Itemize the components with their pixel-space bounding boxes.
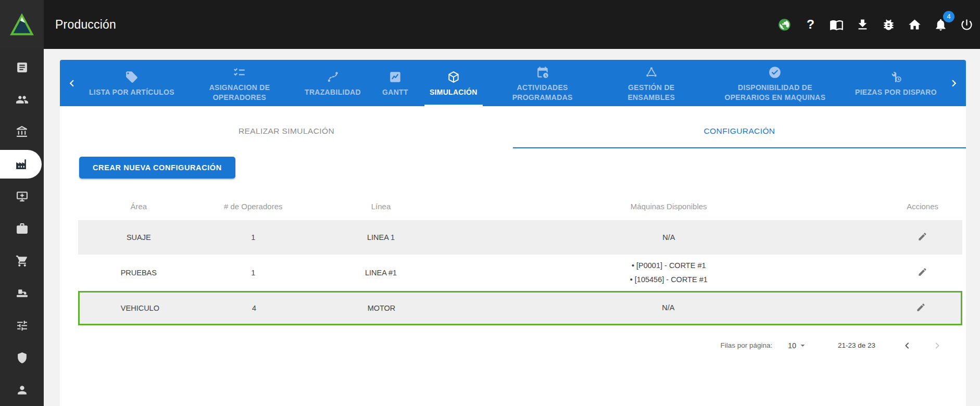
sidebar-item-purchases[interactable] <box>0 245 44 277</box>
tab-lista-por-art-culos[interactable]: LISTA POR ARTÍCULOS <box>84 60 180 106</box>
tab-simulaci-n[interactable]: SIMULACIÓN <box>424 60 483 106</box>
sidebar-item-production[interactable] <box>0 150 42 179</box>
tabs-scroll-right-icon[interactable] <box>942 60 966 106</box>
edit-row-button[interactable] <box>918 267 927 277</box>
home-icon[interactable] <box>908 18 922 32</box>
factory-icon <box>15 158 28 171</box>
previous-page-button[interactable] <box>899 338 915 353</box>
sidebar-item-account[interactable] <box>0 374 44 406</box>
tab-label: DISPONIBILIDAD DE OPERARIOS EN MAQUINAS <box>717 83 834 102</box>
svg-text:?: ? <box>807 18 814 31</box>
sidebar-item-people[interactable] <box>0 84 44 116</box>
simulation-subtabs: REALIZAR SIMULACIÓN CONFIGURACIÓN <box>60 106 966 148</box>
cell-area: SUAJE <box>78 229 199 246</box>
tab-label: TRAZABILIDAD <box>305 87 361 97</box>
page-title: Producción <box>55 18 116 32</box>
people-icon <box>16 93 29 106</box>
tabs-scroll-left-icon[interactable] <box>60 60 84 106</box>
sidebar-item-company[interactable] <box>0 116 44 148</box>
tab-label: ACTIVIDADES PROGRAMADAS <box>499 83 586 102</box>
app-logo[interactable] <box>0 0 44 49</box>
tab-label: PIEZAS POR DISPARO <box>855 87 937 97</box>
route-icon <box>326 70 340 84</box>
column-header--de-operadores: # de Operadores <box>199 202 307 211</box>
edit-row-button[interactable] <box>918 232 927 242</box>
sidebar-item-security[interactable] <box>0 341 44 374</box>
edit-row-button[interactable] <box>916 302 926 312</box>
tab-label: LISTA POR ARTÍCULOS <box>89 87 174 97</box>
cell-area: PRUEBAS <box>78 264 199 281</box>
rows-per-page-value: 10 <box>788 341 796 350</box>
download-icon[interactable] <box>856 18 870 32</box>
chart-icon <box>388 70 402 84</box>
column-header-l-nea: Línea <box>307 202 455 211</box>
table-row-pruebas: PRUEBAS1LINEA #1• [P0001] - CORTE #1• [1… <box>78 255 962 291</box>
sidebar-nav <box>0 49 44 406</box>
toolbox-icon <box>16 222 29 235</box>
cell-area: VEHICULO <box>80 300 200 316</box>
create-configuration-button[interactable]: CREAR NUEVA CONFIGURACIÓN <box>79 157 235 179</box>
power-icon[interactable] <box>960 18 974 32</box>
topbar-actions: ?4 <box>777 18 980 32</box>
configurations-table: Área# de OperadoresLíneaMáquinas Disponi… <box>78 192 962 325</box>
bell-icon[interactable]: 4 <box>934 18 948 32</box>
machine-line: • [105456] - CORTE #1 <box>457 273 881 287</box>
chevron-right-icon <box>931 339 944 352</box>
table-body: SUAJE1LINEA 1N/APRUEBAS1LINEA #1• [P0001… <box>78 220 962 325</box>
pencil-icon <box>918 232 927 242</box>
next-page-button[interactable] <box>929 338 945 353</box>
cell-operators: 1 <box>199 229 307 246</box>
person-icon <box>16 384 29 397</box>
column-header-acciones: Acciones <box>883 202 962 211</box>
machine-line: • [P0001] - CORTE #1 <box>457 259 881 273</box>
checklist-icon <box>233 66 246 79</box>
sidebar-item-settings[interactable] <box>0 309 44 341</box>
module-tabbar: LISTA POR ARTÍCULOSASIGNACION DE OPERADO… <box>60 60 966 106</box>
subtab-configuracion[interactable]: CONFIGURACIÓN <box>513 106 966 148</box>
shield-icon <box>16 351 29 364</box>
tab-gesti-n-de-ensambles[interactable]: GESTIÓN DE ENSAMBLES <box>602 60 700 106</box>
tab-disponibilidad-de-operarios-en-maquinas[interactable]: DISPONIBILIDAD DE OPERARIOS EN MAQUINAS <box>711 60 839 106</box>
cell-actions <box>882 298 961 318</box>
tab-label: SIMULACIÓN <box>430 87 478 97</box>
cell-line: MOTOR <box>308 300 455 316</box>
rows-per-page-select[interactable]: 10 <box>788 340 808 350</box>
sidebar-item-machines[interactable] <box>0 277 44 309</box>
module-tabs: LISTA POR ARTÍCULOSASIGNACION DE OPERADO… <box>84 60 942 106</box>
calendar-clock-icon <box>536 66 549 79</box>
tab-gantt[interactable]: GANTT <box>377 60 413 106</box>
cell-machines: N/A <box>455 297 882 319</box>
subtab-realizar-simulacion[interactable]: REALIZAR SIMULACIÓN <box>60 106 513 148</box>
tab-piezas-por-disparo[interactable]: PIEZAS POR DISPARO <box>850 60 942 106</box>
pagination-range: 21-23 de 23 <box>838 341 875 349</box>
column-header--rea: Área <box>78 202 199 211</box>
cell-operators: 4 <box>200 300 308 316</box>
globe-icon[interactable] <box>777 18 791 32</box>
tab-trazabilidad[interactable]: TRAZABILIDAD <box>299 60 366 106</box>
sidebar-item-monitoring[interactable] <box>0 181 44 213</box>
logo-triangle-icon <box>9 11 35 37</box>
cell-line: LINEA 1 <box>307 229 455 246</box>
table-header-row: Área# de OperadoresLíneaMáquinas Disponi… <box>78 192 962 220</box>
rows-per-page-label: Filas por página: <box>721 341 773 349</box>
tab-actividades-programadas[interactable]: ACTIVIDADES PROGRAMADAS <box>494 60 592 106</box>
notification-badge: 4 <box>943 11 954 22</box>
monitor-gear-icon <box>16 190 29 203</box>
column-header-m-quinas-disponibles: Máquinas Disponibles <box>455 202 883 211</box>
bug-icon[interactable] <box>882 18 896 32</box>
check-circle-icon <box>768 66 782 79</box>
sidebar-item-articles[interactable] <box>0 52 44 84</box>
building-icon <box>16 125 29 138</box>
wrench-clock-icon <box>889 70 902 84</box>
sidebar-item-toolbox[interactable] <box>0 213 44 245</box>
cell-machines: • [P0001] - CORTE #1• [105456] - CORTE #… <box>455 255 883 291</box>
help-icon[interactable]: ? <box>803 18 818 32</box>
article-icon <box>16 61 29 74</box>
book-icon[interactable] <box>830 18 844 32</box>
tab-asignacion-de-operadores[interactable]: ASIGNACION DE OPERADORES <box>191 60 288 106</box>
tab-label: GANTT <box>382 87 408 97</box>
cell-actions <box>883 227 962 247</box>
table-row-vehiculo: VEHICULO4MOTORN/A <box>78 291 962 325</box>
table-row-suaje: SUAJE1LINEA 1N/A <box>78 220 962 255</box>
table-pagination: Filas por página: 10 21-23 de 23 <box>60 338 945 353</box>
